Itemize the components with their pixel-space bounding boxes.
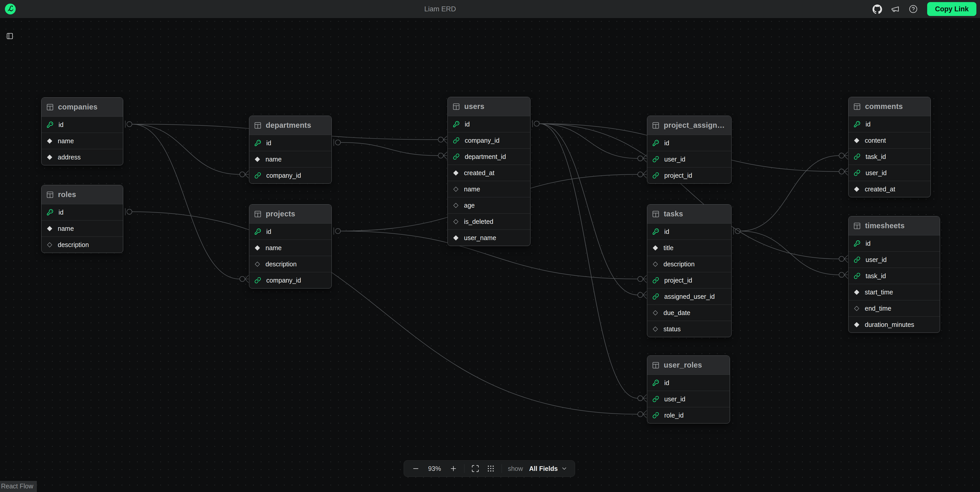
field-row-timesheets-id[interactable]: id [848,235,940,251]
primary-key-icon [255,228,261,235]
field-row-projects-name[interactable]: name [249,240,331,256]
field-row-users-user_name[interactable]: user_name [448,230,530,246]
field-row-departments-company_id[interactable]: company_id [249,167,331,183]
table-header[interactable]: comments [848,97,931,116]
not-null-icon [255,245,260,251]
field-row-roles-id[interactable]: id [41,204,123,220]
field-row-comments-user_id[interactable]: user_id [848,165,931,181]
field-row-comments-content[interactable]: content [848,132,931,148]
field-row-timesheets-user_id[interactable]: user_id [848,251,940,268]
foreign-key-icon [854,153,861,160]
fields-filter-dropdown[interactable]: All Fields [529,465,568,473]
table-header[interactable]: timesheets [848,216,940,235]
field-row-tasks-title[interactable]: title [647,240,731,256]
field-row-companies-name[interactable]: name [41,133,123,149]
nullable-icon [453,186,459,192]
foreign-key-icon [652,156,659,162]
field-row-tasks-description[interactable]: description [647,256,731,272]
table-header[interactable]: projects [249,205,331,224]
field-row-companies-address[interactable]: address [41,149,123,165]
field-row-tasks-id[interactable]: id [647,224,731,240]
field-row-timesheets-duration_minutes[interactable]: duration_minutes [848,316,940,333]
field-row-tasks-project_id[interactable]: project_id [647,272,731,288]
table-header[interactable]: departments [249,116,331,135]
foreign-key-icon [453,153,460,160]
table-node-roles[interactable]: rolesidnamedescription [41,185,123,253]
copy-link-button[interactable]: Copy Link [927,2,977,16]
zoom-out-button[interactable] [411,464,420,473]
table-icon [652,122,660,129]
field-row-users-created_at[interactable]: created_at [448,165,530,181]
table-header[interactable]: user_roles [647,356,730,375]
field-row-tasks-status[interactable]: status [647,321,731,337]
field-name: user_name [464,234,496,241]
table-node-timesheets[interactable]: timesheetsiduser_idtask_idstart_timeend_… [848,216,940,333]
table-icon [652,362,660,369]
field-row-companies-id[interactable]: id [41,117,123,133]
announcements-button[interactable] [890,4,900,14]
field-row-projects-description[interactable]: description [249,256,331,272]
field-row-comments-id[interactable]: id [848,116,931,132]
table-node-comments[interactable]: commentsidcontenttask_iduser_idcreated_a… [848,97,931,197]
field-row-timesheets-start_time[interactable]: start_time [848,284,940,300]
field-name: id [59,209,64,216]
field-row-departments-name[interactable]: name [249,151,331,167]
field-row-timesheets-task_id[interactable]: task_id [848,268,940,284]
field-row-project_assignments-project_id[interactable]: project_id [647,167,731,183]
react-flow-attribution[interactable]: React Flow [0,481,37,492]
field-name: id [59,121,64,129]
table-node-projects[interactable]: projectsidnamedescriptioncompany_id [249,204,332,289]
field-name: id [465,121,469,128]
table-icon [46,191,54,198]
table-node-tasks[interactable]: tasksidtitledescriptionproject_idassigne… [647,204,732,337]
field-row-user_roles-role_id[interactable]: role_id [647,407,730,423]
field-row-project_assignments-user_id[interactable]: user_id [647,151,731,167]
erd-canvas[interactable]: companiesidnameaddressrolesidnamedescrip… [0,0,980,492]
field-row-users-company_id[interactable]: company_id [448,132,530,148]
field-row-comments-created_at[interactable]: created_at [848,181,931,197]
table-header[interactable]: users [448,97,530,116]
zoom-in-button[interactable] [449,464,458,473]
field-row-comments-task_id[interactable]: task_id [848,148,931,165]
field-name: address [58,154,81,161]
field-row-roles-name[interactable]: name [41,220,123,236]
table-node-users[interactable]: usersidcompany_iddepartment_idcreated_at… [447,97,530,246]
field-row-tasks-assigned_user_id[interactable]: assigned_user_id [647,288,731,305]
tidy-up-button[interactable] [486,464,495,473]
field-name: status [663,325,681,333]
table-node-user_roles[interactable]: user_rolesiduser_idrole_id [647,356,730,424]
table-icon [652,210,660,218]
field-row-users-is_deleted[interactable]: is_deleted [448,213,530,230]
table-node-companies[interactable]: companiesidnameaddress [41,97,123,165]
table-header[interactable]: project_assignments [647,116,731,135]
field-name: name [58,225,74,232]
field-row-projects-id[interactable]: id [249,224,331,240]
table-node-departments[interactable]: departmentsidnamecompany_id [249,116,332,184]
github-button[interactable] [872,4,882,14]
table-header[interactable]: companies [41,98,123,117]
liam-logo[interactable]: ℒ [5,3,16,14]
field-row-user_roles-id[interactable]: id [647,375,730,391]
primary-key-icon [255,140,261,146]
table-header[interactable]: tasks [647,205,731,224]
field-name: created_at [865,186,895,193]
table-header[interactable]: roles [41,185,123,204]
field-row-users-age[interactable]: age [448,197,530,213]
field-row-users-department_id[interactable]: department_id [448,148,530,165]
field-name: company_id [266,172,301,179]
field-row-roles-description[interactable]: description [41,236,123,253]
fit-view-button[interactable] [471,464,480,473]
field-name: is_deleted [464,218,493,225]
field-row-departments-id[interactable]: id [249,135,331,151]
foreign-key-icon [652,172,659,179]
field-row-users-name[interactable]: name [448,181,530,197]
field-row-timesheets-end_time[interactable]: end_time [848,300,940,316]
help-button[interactable] [908,4,918,14]
field-row-users-id[interactable]: id [448,116,530,132]
field-row-tasks-due_date[interactable]: due_date [647,305,731,321]
field-row-user_roles-user_id[interactable]: user_id [647,391,730,407]
sidebar-toggle-button[interactable] [4,30,16,42]
table-node-project_assignments[interactable]: project_assignmentsiduser_idproject_id [647,116,732,184]
field-row-projects-company_id[interactable]: company_id [249,272,331,288]
field-row-project_assignments-id[interactable]: id [647,135,731,151]
